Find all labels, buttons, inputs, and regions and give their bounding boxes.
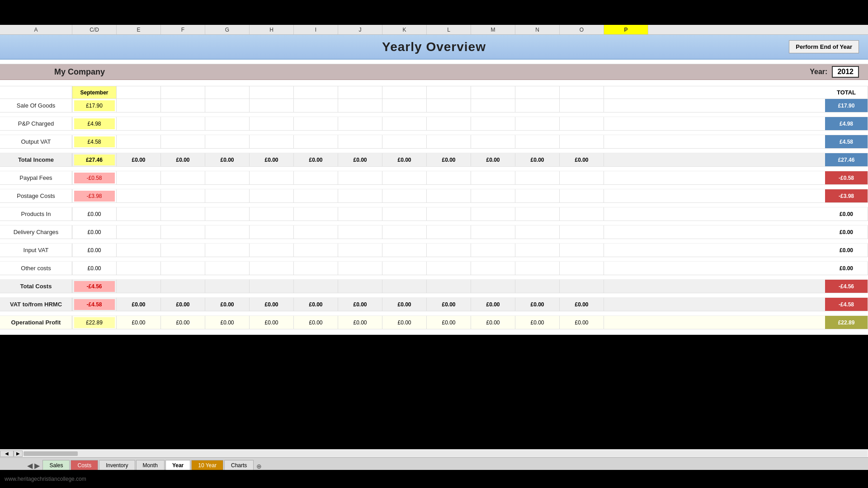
pc-m11 xyxy=(515,189,560,202)
ti-m11: £0.00 xyxy=(515,153,560,166)
oc-m10 xyxy=(471,262,515,275)
pep-m2 xyxy=(117,117,161,130)
year-section: Year: 2012 xyxy=(810,66,859,78)
month-col-11 xyxy=(515,86,560,99)
pi-m8 xyxy=(382,207,427,221)
paypal-fees-sep[interactable]: -£0.58 xyxy=(72,171,117,184)
iv-m11 xyxy=(515,244,560,257)
pi-m7 xyxy=(338,207,382,221)
sale-of-goods-sep[interactable]: £17.90 xyxy=(72,99,117,112)
vat-hrmc-sep[interactable]: -£4.58 xyxy=(72,298,117,311)
tab-year[interactable]: Year xyxy=(165,460,190,470)
ti-m3: £0.00 xyxy=(161,153,205,166)
pc-m3 xyxy=(161,189,205,202)
column-headers: A C/D E F G H I J K L M N O P xyxy=(0,25,868,35)
products-in-sep[interactable]: £0.00 xyxy=(72,207,117,221)
pep-m10 xyxy=(471,117,515,130)
delivery-charges-sep[interactable]: £0.00 xyxy=(72,225,117,239)
postage-costs-sep[interactable]: -£3.98 xyxy=(72,189,117,202)
outvat-m2 xyxy=(117,135,161,148)
pf-m12 xyxy=(560,171,604,184)
tab-inventory[interactable]: Inventory xyxy=(99,460,135,470)
iv-m9 xyxy=(427,244,471,257)
oc-m2 xyxy=(117,262,161,275)
tcosts-m3 xyxy=(161,280,205,293)
dc-m10 xyxy=(471,225,515,239)
vat-m11: £0.00 xyxy=(515,298,560,311)
pep-charged-row: P&P Charged £4.98 £4.98 xyxy=(0,117,868,131)
pi-m2 xyxy=(117,207,161,221)
op-m8: £0.00 xyxy=(382,316,427,329)
pf-m7 xyxy=(338,171,382,184)
sale-of-goods-m10 xyxy=(471,99,515,112)
tcosts-m2 xyxy=(117,280,161,293)
products-in-label: Products In xyxy=(0,207,72,221)
input-vat-sep[interactable]: £0.00 xyxy=(72,244,117,257)
pf-m2 xyxy=(117,171,161,184)
pep-m11 xyxy=(515,117,560,130)
pc-m8 xyxy=(382,189,427,202)
vat-hrmc-row: VAT to/from HRMC -£4.58 £0.00 £0.00 £0.0… xyxy=(0,298,868,311)
output-vat-total: £4.58 xyxy=(825,135,868,148)
pep-charged-sep[interactable]: £4.98 xyxy=(72,117,117,130)
tab-ten-year[interactable]: 10 Year xyxy=(191,460,223,470)
tab-month[interactable]: Month xyxy=(136,460,165,470)
output-vat-sep[interactable]: £4.58 xyxy=(72,135,117,148)
pc-m12 xyxy=(560,189,604,202)
oc-m11 xyxy=(515,262,560,275)
pep-m9 xyxy=(427,117,471,130)
delivery-charges-total: £0.00 xyxy=(825,225,868,239)
outvat-m4 xyxy=(205,135,250,148)
outvat-m5 xyxy=(250,135,294,148)
horizontal-scrollbar[interactable]: ◀ ▶ xyxy=(0,449,868,457)
sale-of-goods-total: £17.90 xyxy=(825,99,868,112)
add-sheet-icon[interactable]: ⊕ xyxy=(256,463,262,470)
oc-m3 xyxy=(161,262,205,275)
month-header-row: September TOTAL xyxy=(0,86,868,99)
month-col-9 xyxy=(427,86,471,99)
year-label: Year: xyxy=(810,68,827,76)
ti-m2: £0.00 xyxy=(117,153,161,166)
year-value: 2012 xyxy=(832,66,859,78)
col-header-h: H xyxy=(250,25,294,34)
website-label: www.heritagechristiancollege.com xyxy=(5,476,86,482)
vat-m2: £0.00 xyxy=(117,298,161,311)
vat-m7: £0.00 xyxy=(338,298,382,311)
tab-sales[interactable]: Sales xyxy=(42,460,70,470)
other-costs-sep[interactable]: £0.00 xyxy=(72,262,117,275)
month-col-8 xyxy=(382,86,427,99)
sale-of-goods-m9 xyxy=(427,99,471,112)
pi-m10 xyxy=(471,207,515,221)
tab-costs[interactable]: Costs xyxy=(71,460,98,470)
month-col-10 xyxy=(471,86,515,99)
pc-m6 xyxy=(294,189,338,202)
paypal-fees-row: Paypal Fees -£0.58 -£0.58 xyxy=(0,171,868,185)
pf-m6 xyxy=(294,171,338,184)
pep-m4 xyxy=(205,117,250,130)
sale-of-goods-m4 xyxy=(205,99,250,112)
oc-m5 xyxy=(250,262,294,275)
tcosts-m6 xyxy=(294,280,338,293)
col-header-g: G xyxy=(205,25,250,34)
total-costs-sep[interactable]: -£4.56 xyxy=(72,280,117,293)
pep-m8 xyxy=(382,117,427,130)
month-col-2 xyxy=(117,86,161,99)
outvat-m10 xyxy=(471,135,515,148)
pc-m10 xyxy=(471,189,515,202)
products-in-total: £0.00 xyxy=(825,207,868,221)
delivery-charges-row: Delivery Charges £0.00 £0.00 xyxy=(0,225,868,239)
outvat-m8 xyxy=(382,135,427,148)
pep-charged-label: P&P Charged xyxy=(0,117,72,130)
outvat-m12 xyxy=(560,135,604,148)
perform-end-of-year-button[interactable]: Perform End of Year xyxy=(789,40,859,53)
iv-m10 xyxy=(471,244,515,257)
col-header-a: A xyxy=(0,25,72,34)
pf-m11 xyxy=(515,171,560,184)
total-income-sep[interactable]: £27.46 xyxy=(72,153,117,166)
col-header-n: N xyxy=(515,25,560,34)
pf-m10 xyxy=(471,171,515,184)
tab-charts[interactable]: Charts xyxy=(224,460,254,470)
pep-m12 xyxy=(560,117,604,130)
tcosts-m11 xyxy=(515,280,560,293)
operational-profit-sep[interactable]: £22.89 xyxy=(72,316,117,329)
